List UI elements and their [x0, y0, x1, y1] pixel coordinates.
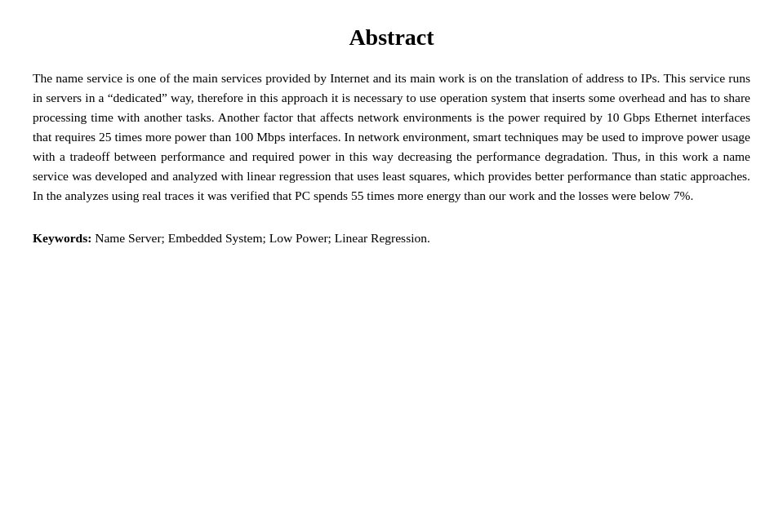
keywords-line: Keywords: Name Server; Embedded System; …	[33, 228, 750, 248]
keywords-label: Keywords:	[33, 231, 91, 245]
keywords-text: Name Server; Embedded System; Low Power;…	[91, 231, 430, 245]
abstract-body: The name service is one of the main serv…	[33, 69, 750, 206]
abstract-title: Abstract	[33, 24, 750, 51]
page-container: Abstract The name service is one of the …	[33, 24, 750, 248]
abstract-paragraph: The name service is one of the main serv…	[33, 69, 750, 206]
